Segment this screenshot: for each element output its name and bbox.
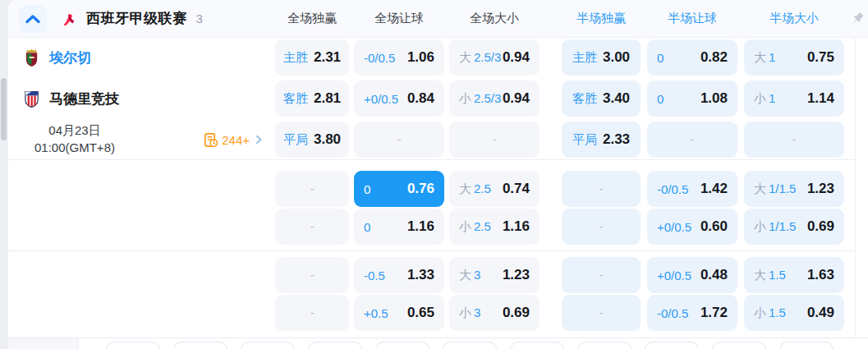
markets-list-icon	[203, 132, 218, 148]
market-pill[interactable]	[308, 342, 362, 349]
away-team-name: 马德里竞技	[49, 90, 119, 108]
odds-value: 2.33	[603, 131, 630, 148]
odds-cell[interactable]: 00.82	[647, 39, 737, 76]
column-header-fulltime-handicap[interactable]: 全场让球	[354, 11, 444, 26]
odds-value: 3.40	[603, 90, 630, 107]
odds-section-alt-2: --0.51.33大31.23-+0/0.50.48大1.51.63-+0.50…	[8, 250, 868, 337]
odds-cell[interactable]: +0/0.50.60	[647, 209, 737, 245]
odds-cell[interactable]: 小1/1.50.69	[744, 209, 844, 245]
odds-cell[interactable]: 客胜2.81	[275, 80, 349, 117]
odds-label-prefix: 小	[459, 305, 471, 319]
odds-cell[interactable]: 大10.75	[744, 39, 844, 76]
odds-cell[interactable]: +0.50.65	[354, 295, 444, 331]
column-header-halftime-1x2[interactable]: 半场独赢	[562, 11, 641, 26]
away-team-crest-icon	[23, 90, 40, 108]
odds-cell[interactable]: 小2.5/30.94	[449, 80, 540, 117]
empty-odds-dash: -	[397, 133, 402, 146]
odds-label: 0	[364, 182, 370, 196]
market-pill[interactable]	[577, 342, 631, 349]
odds-value: 1.06	[407, 49, 434, 66]
odds-label-prefix: 小	[754, 219, 766, 233]
odds-cell[interactable]: 平局2.33	[562, 122, 641, 158]
odds-cell[interactable]: -0/0.51.06	[354, 39, 444, 76]
away-team-row[interactable]: 马德里竞技	[23, 80, 119, 117]
odds-cell[interactable]: 客胜3.40	[562, 80, 641, 117]
odds-value: 3.00	[603, 49, 630, 66]
scrollbar-thumb[interactable]	[1, 78, 7, 140]
odds-cell[interactable]: 大1.51.63	[744, 257, 844, 293]
odds-cell[interactable]: 小1.50.49	[744, 295, 844, 331]
odds-value: 0.49	[807, 305, 834, 321]
column-header-halftime-overunder[interactable]: 半场大小	[744, 11, 844, 26]
market-pill[interactable]	[106, 342, 160, 349]
odds-cell[interactable]: 小30.69	[449, 295, 540, 331]
odds-cell[interactable]: 小2.51.16	[449, 209, 540, 245]
odds-cell[interactable]: 00.76	[354, 171, 444, 207]
odds-cell[interactable]: 平局3.80	[275, 122, 349, 158]
odds-cell[interactable]: +0/0.50.84	[354, 80, 444, 117]
match-datetime: 04月23日 01:00(GMT+8)	[18, 122, 131, 156]
pinned-column-rail	[855, 38, 868, 338]
odds-cell[interactable]: 主胜2.31	[275, 39, 349, 76]
odds-cell[interactable]: -0/0.51.42	[647, 171, 737, 207]
home-team-name: 埃尔切	[49, 48, 91, 67]
next-card-top-strip	[8, 338, 868, 349]
match-time: 01:00(GMT+8)	[18, 140, 131, 157]
market-pill[interactable]	[712, 342, 766, 349]
odds-cell[interactable]: 01.16	[354, 209, 444, 245]
column-header-fulltime-1x2[interactable]: 全场独赢	[275, 11, 349, 26]
odds-value: 0.94	[503, 49, 530, 66]
odds-cell[interactable]: 大1/1.51.23	[744, 171, 844, 207]
market-pill[interactable]	[375, 342, 429, 349]
odds-value: 0.48	[700, 267, 728, 283]
column-header-halftime-handicap[interactable]: 半场让球	[647, 11, 737, 26]
odds-label: -0/0.5	[364, 51, 395, 65]
empty-odds-dash: -	[310, 269, 315, 282]
column-header-fulltime-overunder[interactable]: 全场大小	[449, 11, 540, 26]
odds-cell[interactable]: 01.08	[647, 80, 737, 117]
odds-cell[interactable]: 小11.14	[744, 80, 844, 117]
market-pill[interactable]	[779, 342, 834, 349]
odds-cell-empty: -	[275, 295, 349, 331]
odds-label: -0.5	[364, 269, 385, 282]
odds-cell[interactable]: -0/0.51.72	[647, 295, 737, 331]
league-title: 西班牙甲级联赛	[86, 9, 187, 28]
odds-cell-empty: -	[275, 257, 349, 293]
market-pill[interactable]	[173, 342, 227, 349]
odds-value: 1.23	[807, 181, 834, 197]
odds-cell[interactable]: 主胜3.00	[562, 39, 641, 76]
odds-value: 1.42	[700, 181, 728, 197]
odds-cell-empty: -	[562, 171, 641, 207]
market-pill[interactable]	[443, 342, 497, 349]
market-pill[interactable]	[241, 342, 295, 349]
odds-cell-empty: -	[354, 122, 444, 158]
odds-cell[interactable]: 大2.5/30.94	[449, 39, 540, 76]
market-pill[interactable]	[645, 342, 699, 349]
league-header: 西班牙甲级联赛 3 全场独赢 全场让球 全场大小 半场独赢 半场让球 半场大小	[8, 0, 868, 38]
empty-odds-dash: -	[310, 220, 315, 233]
odds-label-prefix: 小	[459, 219, 471, 233]
more-markets-link[interactable]: 244+	[203, 132, 264, 148]
odds-cell[interactable]: 大2.50.74	[449, 171, 540, 207]
odds-section-alt-1: -00.76大2.50.74--0/0.51.42大1/1.51.23-01.1…	[8, 159, 868, 250]
odds-cell[interactable]: -0.51.33	[354, 257, 444, 293]
odds-cell-empty: -	[449, 122, 540, 158]
odds-label-prefix: 大	[459, 50, 471, 64]
odds-row: 主胜2.31-0/0.51.06大2.5/30.94主胜3.0000.82大10…	[8, 39, 868, 76]
odds-cell[interactable]: +0/0.50.48	[647, 257, 737, 293]
chevron-right-icon	[253, 134, 264, 145]
collapse-button[interactable]	[19, 5, 47, 33]
home-team-crest-icon	[23, 48, 40, 67]
odds-value: 2.31	[314, 49, 341, 66]
pushpin-icon	[849, 11, 866, 27]
odds-label: 小1.5	[754, 305, 786, 321]
odds-label: 小2.5	[459, 219, 491, 235]
odds-label-prefix: 大	[459, 181, 471, 195]
market-pill[interactable]	[510, 342, 564, 349]
pin-button[interactable]	[844, 11, 868, 27]
home-team-row[interactable]: 埃尔切	[23, 39, 91, 76]
odds-cell[interactable]: 大31.23	[449, 257, 540, 293]
odds-cell-empty: -	[562, 295, 641, 331]
odds-label: 小1	[754, 91, 775, 107]
odds-label: 0	[364, 220, 370, 234]
